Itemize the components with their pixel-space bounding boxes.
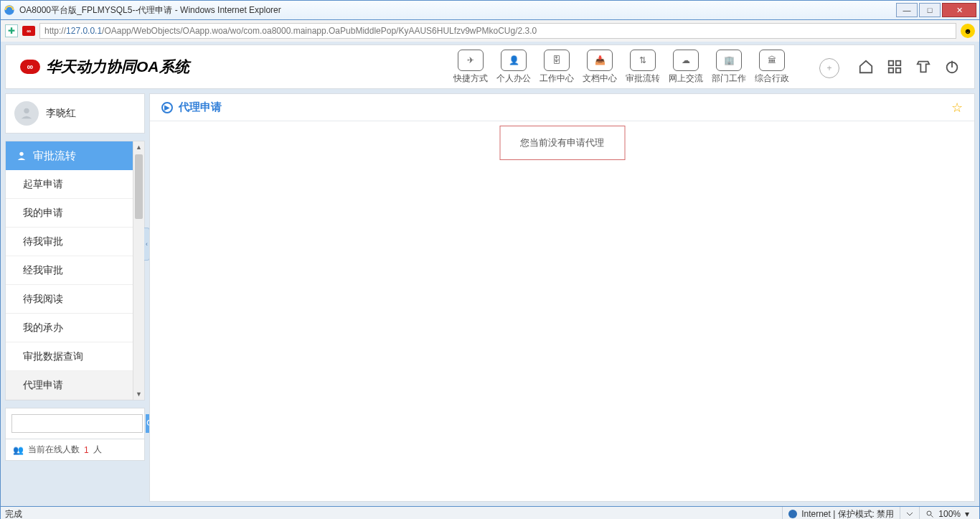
sidebar-item[interactable]: 代理申请: [6, 371, 144, 400]
status-left: 完成: [5, 508, 22, 520]
zoom-dropdown-icon[interactable]: ▾: [965, 509, 969, 519]
minimize-button[interactable]: —: [896, 3, 918, 17]
panel-title: 代理申请: [179, 100, 222, 114]
sidebar-item[interactable]: 我的申请: [6, 199, 144, 228]
nav-icon: 🏢: [716, 50, 742, 71]
user-name: 李晓红: [46, 107, 76, 120]
svg-point-7: [24, 108, 29, 113]
nav-icon: 🗄: [544, 50, 570, 71]
apps-grid-icon[interactable]: [887, 59, 903, 75]
svg-point-11: [927, 511, 931, 515]
panel-header: ▶ 代理申请 ☆: [150, 94, 974, 121]
main-panel: ▶ 代理申请 ☆ 您当前没有申请代理: [149, 93, 975, 502]
status-protected-toggle[interactable]: [900, 507, 919, 519]
svg-rect-4: [896, 68, 900, 73]
nav-label: 综合行政: [755, 73, 789, 85]
nav-label: 文档中心: [583, 73, 617, 85]
plus-icon: +: [819, 58, 839, 78]
brand-text: 华天动力协同OA系统: [46, 57, 189, 77]
sidebar-menu: 审批流转 起草申请我的申请待我审批经我审批待我阅读我的承办审批数据查询代理申请 …: [5, 141, 145, 401]
nav-add-button[interactable]: +: [808, 55, 851, 78]
nav-label: 快捷方式: [453, 73, 488, 85]
app-header: ∞ 华天动力协同OA系统 ✈快捷方式👤个人办公🗄工作中心📥文档中心⇅审批流转☁网…: [5, 45, 975, 89]
window-titlebar: OA8000平台版_FPLMYSQL5--代理申请 - Windows Inte…: [0, 0, 980, 20]
nav-label: 审批流转: [626, 73, 660, 85]
nav-icon: 🏛: [759, 50, 785, 71]
theme-icon[interactable]: [915, 59, 931, 75]
nav-label: 个人办公: [496, 73, 531, 85]
nav-item[interactable]: 👤个人办公: [492, 50, 535, 85]
chevron-down-icon: [906, 510, 913, 518]
nav-item[interactable]: ☁网上交流: [664, 50, 707, 85]
security-shield-icon[interactable]: ✚: [5, 24, 18, 37]
person-icon: [16, 150, 27, 162]
nav-icon: 📥: [587, 50, 613, 71]
power-icon[interactable]: [944, 59, 960, 75]
svg-rect-2: [896, 61, 900, 65]
brand-logo-icon: ∞: [20, 60, 40, 74]
nav-icon: ✈: [458, 50, 484, 71]
close-button[interactable]: ✕: [942, 3, 976, 17]
globe-icon: [788, 510, 797, 518]
maximize-button[interactable]: □: [919, 3, 941, 17]
top-nav: ✈快捷方式👤个人办公🗄工作中心📥文档中心⇅审批流转☁网上交流🏢部门工作🏛综合行政: [449, 50, 793, 85]
site-favicon: ∞: [22, 26, 35, 36]
nav-item[interactable]: 🏢部门工作: [707, 50, 750, 85]
window-title: OA8000平台版_FPLMYSQL5--代理申请 - Windows Inte…: [19, 4, 281, 17]
sidebar: 李晓红 审批流转 起草申请我的申请待我审批经我审批待我阅读我的承办审批数据查询代…: [5, 93, 145, 502]
nav-item[interactable]: ⇅审批流转: [621, 50, 664, 85]
sidebar-item[interactable]: 待我阅读: [6, 285, 144, 314]
avatar-icon: [14, 101, 39, 126]
sidebar-search: [5, 408, 145, 439]
svg-rect-1: [889, 61, 893, 65]
menu-header[interactable]: 审批流转: [6, 141, 144, 170]
svg-rect-3: [889, 68, 893, 73]
users-icon: 👥: [13, 445, 24, 455]
zoom-icon: [925, 510, 934, 518]
empty-notice: 您当前没有申请代理: [499, 126, 625, 160]
sidebar-item[interactable]: 我的承办: [6, 314, 144, 342]
address-bar: ✚ ∞ http://127.0.0.1/OAapp/WebObjects/OA…: [0, 20, 980, 42]
status-bar: 完成 Internet | 保护模式: 禁用 100% ▾: [0, 506, 980, 519]
panel-bullet-icon: ▶: [161, 102, 173, 113]
sidebar-item[interactable]: 待我审批: [6, 228, 144, 256]
ie-icon: [4, 4, 15, 16]
nav-icon: ⇅: [630, 50, 656, 71]
sidebar-item[interactable]: 审批数据查询: [6, 342, 144, 371]
url-field[interactable]: http://127.0.0.1/OAapp/WebObjects/OAapp.…: [39, 23, 956, 39]
nav-icon: 👤: [501, 50, 527, 71]
status-zoom[interactable]: 100% ▾: [919, 507, 975, 519]
nav-item[interactable]: 📥文档中心: [578, 50, 621, 85]
status-zone[interactable]: Internet | 保护模式: 禁用: [782, 507, 900, 519]
nav-item[interactable]: 🗄工作中心: [535, 50, 578, 85]
nav-item[interactable]: 🏛综合行政: [750, 50, 793, 85]
menu-scrollbar[interactable]: ▲ ▼: [133, 141, 144, 400]
online-users[interactable]: 👥 当前在线人数 1人: [5, 439, 145, 461]
nav-icon: ☁: [673, 50, 699, 71]
search-input[interactable]: [11, 414, 143, 433]
compat-view-icon[interactable]: ☻: [961, 24, 975, 38]
svg-line-12: [931, 515, 933, 518]
nav-label: 部门工作: [712, 73, 746, 85]
user-card[interactable]: 李晓红: [5, 93, 145, 134]
scroll-up-icon[interactable]: ▲: [133, 141, 144, 153]
brand: ∞ 华天动力协同OA系统: [20, 57, 189, 77]
nav-item[interactable]: ✈快捷方式: [449, 50, 492, 85]
sidebar-item[interactable]: 起草申请: [6, 170, 144, 199]
sidebar-item[interactable]: 经我审批: [6, 256, 144, 285]
nav-label: 工作中心: [540, 73, 574, 85]
svg-point-8: [19, 152, 23, 156]
favorite-star-icon[interactable]: ☆: [951, 100, 963, 116]
scroll-thumb[interactable]: [135, 154, 143, 219]
home-icon[interactable]: [858, 59, 874, 75]
nav-label: 网上交流: [669, 73, 703, 85]
scroll-down-icon[interactable]: ▼: [133, 388, 144, 400]
